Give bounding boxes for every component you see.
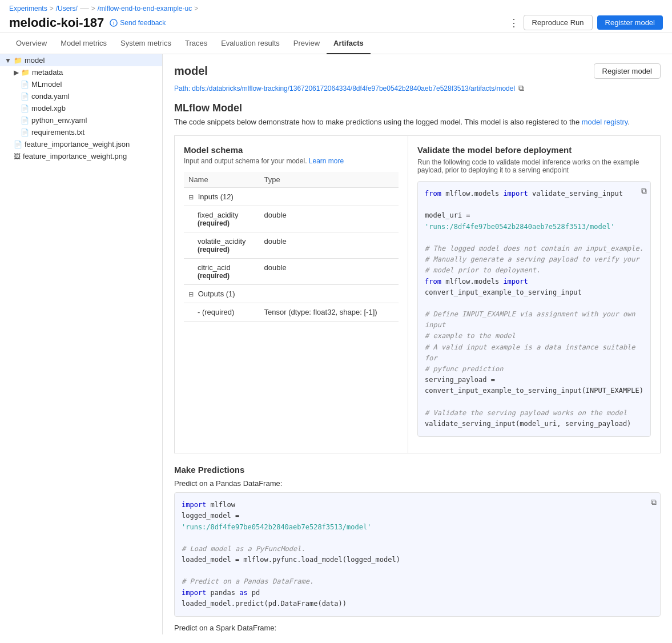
- file-icon-conda: 📄: [21, 93, 29, 101]
- mlflow-section-desc: The code snippets below demonstrate how …: [174, 118, 661, 126]
- feedback-icon: !: [110, 19, 118, 27]
- more-options-button[interactable]: ⋮: [509, 17, 519, 29]
- breadcrumb-user-path: [80, 8, 89, 9]
- sidebar-label-modelxgb: model.xgb: [31, 104, 66, 112]
- sidebar-label-model: model: [25, 56, 45, 65]
- model-registry-link[interactable]: model registry: [582, 118, 628, 126]
- pandas-code-block: ⧉ import mlflow logged_model = 'runs:/8d…: [174, 492, 661, 617]
- tab-overview[interactable]: Overview: [9, 33, 54, 54]
- predictions-section: Make Predictions Predict on a Pandas Dat…: [174, 465, 661, 634]
- file-icon-feature-json: 📄: [14, 140, 22, 148]
- validate-code-block: ⧉ from mlflow.models import validate_ser…: [417, 181, 651, 437]
- breadcrumb-sep2: >: [91, 5, 95, 13]
- breadcrumb-sep1: >: [50, 5, 54, 13]
- folder-icon-metadata: 📁: [21, 69, 30, 77]
- outputs-label: Outputs (1): [198, 290, 235, 298]
- sidebar-label-python-env: python_env.yaml: [31, 116, 87, 124]
- col-name-header: Name: [184, 172, 260, 188]
- inputs-expand-icon[interactable]: ⊟: [188, 194, 194, 200]
- sidebar-label-metadata: metadata: [32, 68, 63, 77]
- sidebar-item-metadata[interactable]: ▶ 📁 metadata: [0, 66, 162, 78]
- sidebar-item-feature-json[interactable]: 📄 feature_importance_weight.json: [0, 138, 162, 150]
- page-title: melodic-koi-187: [9, 15, 104, 30]
- output-field-name: - (required): [198, 308, 255, 316]
- tab-evaluation-results[interactable]: Evaluation results: [214, 33, 287, 54]
- tab-traces[interactable]: Traces: [178, 33, 214, 54]
- file-icon-mlmodel: 📄: [21, 81, 29, 89]
- tab-system-metrics[interactable]: System metrics: [114, 33, 178, 54]
- breadcrumb-users[interactable]: /Users/: [56, 5, 78, 13]
- sidebar-item-python-env[interactable]: 📄 python_env.yaml: [0, 114, 162, 126]
- field-type-citric-acid: double: [260, 259, 399, 285]
- copy-pandas-code-button[interactable]: ⧉: [651, 496, 657, 509]
- send-feedback-link[interactable]: ! Send feedback: [110, 19, 166, 27]
- validate-section: Validate the model before deployment Run…: [408, 136, 660, 453]
- inputs-group-row: ⊟ Inputs (12): [184, 188, 399, 206]
- sidebar-item-model[interactable]: ▼ 📁 model: [0, 54, 162, 66]
- breadcrumb: Experiments > /Users/ > /mlflow-end-to-e…: [9, 5, 663, 13]
- tab-preview[interactable]: Preview: [287, 33, 327, 54]
- schema-section: Model schema Input and output schema for…: [175, 136, 408, 453]
- schema-table: Name Type ⊟ Inputs (12): [184, 172, 399, 322]
- breadcrumb-experiments[interactable]: Experiments: [9, 5, 47, 13]
- register-model-button[interactable]: Register model: [597, 15, 663, 30]
- chevron-down-icon: ▼: [5, 57, 11, 65]
- field-required-citric-acid: (required): [198, 272, 255, 280]
- folder-icon: 📁: [14, 57, 22, 65]
- sidebar-label-feature-json: feature_importance_weight.json: [25, 140, 130, 148]
- validate-desc: Run the following code to validate model…: [417, 158, 651, 174]
- table-row: fixed_acidity (required) double: [184, 206, 399, 232]
- sidebar-label-mlmodel: MLmodel: [31, 80, 62, 89]
- tab-artifacts[interactable]: Artifacts: [327, 33, 371, 54]
- outputs-group-row: ⊟ Outputs (1): [184, 285, 399, 303]
- sidebar-label-feature-png: feature_importance_weight.png: [23, 152, 127, 160]
- table-row-output: - (required) Tensor (dtype: float32, sha…: [184, 303, 399, 322]
- reproduce-run-button[interactable]: Reproduce Run: [524, 15, 593, 30]
- col-type-header: Type: [260, 172, 399, 188]
- spark-label: Predict on a Spark DataFrame:: [174, 624, 661, 632]
- sidebar-item-conda[interactable]: 📄 conda.yaml: [0, 90, 162, 102]
- file-icon-python-env: 📄: [21, 116, 29, 124]
- table-row: volatile_acidity (required) double: [184, 232, 399, 259]
- artifact-path: Path: dbfs:/databricks/mlflow-tracking/1…: [174, 83, 661, 93]
- sidebar: ▼ 📁 model ▶ 📁 metadata 📄 MLmodel 📄 conda…: [0, 54, 163, 634]
- outputs-expand-icon[interactable]: ⊟: [188, 291, 194, 298]
- inputs-label: Inputs (12): [198, 192, 234, 201]
- sidebar-label-conda: conda.yaml: [31, 92, 69, 101]
- breadcrumb-run[interactable]: /mlflow-end-to-end-example-uc: [98, 5, 192, 13]
- table-row: citric_acid (required) double: [184, 259, 399, 285]
- output-field-type: Tensor (dtype: float32, shape: [-1]): [260, 303, 399, 322]
- content-area: model Register model Path: dbfs:/databri…: [163, 54, 672, 634]
- chevron-right-icon: ▶: [14, 69, 19, 77]
- breadcrumb-sep3: >: [194, 5, 198, 13]
- svg-text:!: !: [113, 20, 114, 26]
- mlflow-section-title: MLflow Model: [174, 102, 661, 114]
- artifact-title: model: [174, 65, 208, 78]
- field-required-fixed-acidity: (required): [198, 219, 255, 227]
- tab-model-metrics[interactable]: Model metrics: [54, 33, 114, 54]
- register-model-content-button[interactable]: Register model: [594, 63, 661, 79]
- nav-tabs: Overview Model metrics System metrics Tr…: [0, 33, 672, 54]
- field-name-volatile-acidity: volatile_acidity: [198, 237, 255, 246]
- copy-path-icon[interactable]: ⧉: [518, 83, 524, 93]
- predictions-title: Make Predictions: [174, 465, 661, 475]
- file-icon-modelxgb: 📄: [21, 105, 29, 112]
- field-type-volatile-acidity: double: [260, 232, 399, 259]
- schema-desc: Input and output schema for your model. …: [184, 157, 399, 165]
- sidebar-label-requirements: requirements.txt: [31, 128, 84, 136]
- pandas-label: Predict on a Pandas DataFrame:: [174, 479, 661, 488]
- sidebar-item-feature-png[interactable]: 🖼 feature_importance_weight.png: [0, 150, 162, 162]
- schema-title: Model schema: [184, 145, 399, 155]
- copy-validate-code-button[interactable]: ⧉: [641, 185, 647, 198]
- field-required-volatile-acidity: (required): [198, 246, 255, 254]
- field-name-citric-acid: citric_acid: [198, 263, 255, 272]
- field-name-fixed-acidity: fixed_acidity: [198, 211, 255, 219]
- validate-title: Validate the model before deployment: [417, 145, 651, 155]
- field-type-fixed-acidity: double: [260, 206, 399, 232]
- learn-more-link[interactable]: Learn more: [309, 157, 344, 165]
- sidebar-item-modelxgb[interactable]: 📄 model.xgb: [0, 102, 162, 114]
- file-icon-requirements: 📄: [21, 128, 29, 136]
- file-icon-feature-png: 🖼: [14, 152, 21, 160]
- sidebar-item-requirements[interactable]: 📄 requirements.txt: [0, 126, 162, 138]
- sidebar-item-mlmodel[interactable]: 📄 MLmodel: [0, 78, 162, 90]
